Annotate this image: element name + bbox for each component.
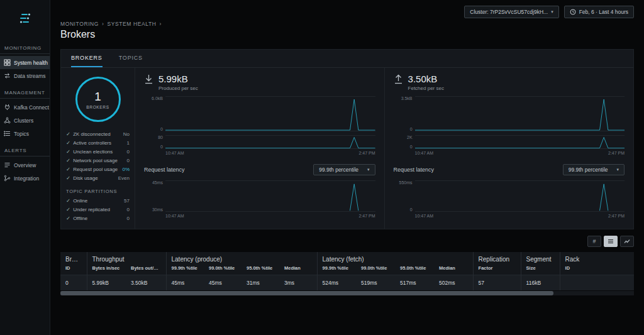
panel-body: 1 BROKERS ✓ ZK disconnected No ✓ Active … — [61, 68, 633, 229]
table-row[interactable]: 0 5.99kB 3.50kB 45ms 45ms 31ms 3ms 524ms… — [60, 275, 634, 291]
y-tick: 3.5kB — [401, 96, 413, 101]
table-view-button[interactable] — [604, 236, 618, 247]
latency-fetch-series — [415, 181, 625, 211]
fetched-msgs-series — [415, 136, 625, 148]
latency-fetch-plot: 550ms 0 — [394, 180, 625, 212]
percentile-value: 99.9th percentile — [569, 167, 608, 173]
fetched-chart-column: 3.50kB Fetched per sec 3.5kB 0 — [384, 68, 634, 229]
check-active-controllers: ✓ Active controllers 1 — [66, 138, 130, 147]
plot-area — [165, 135, 375, 149]
chevron-down-icon: ▾ — [551, 9, 553, 14]
col-produce-median[interactable]: Median — [279, 264, 317, 275]
produced-msgs-series — [165, 136, 375, 148]
nav-section-monitoring: MONITORING — [0, 38, 50, 54]
cell-rack-id — [560, 275, 634, 291]
col-segment-size[interactable]: Size — [521, 264, 560, 275]
rows-icon — [608, 238, 614, 244]
sidebar-item-label: Data streams — [14, 73, 46, 79]
sidebar-item-kafka-connect[interactable]: Kafka Connect — [0, 101, 50, 114]
y-tick: 80 — [158, 135, 163, 140]
main-content: Cluster: 7rP2SvVcSU57cdj9kH... ▾ Feb, 6 … — [50, 0, 644, 335]
y-tick: 30ms — [152, 207, 163, 212]
nav-section-management: MANAGEMENT — [0, 82, 50, 99]
fetched-msgs-plot: 2K 0 — [394, 135, 625, 149]
sidebar-item-label: Clusters — [14, 118, 33, 124]
tab-topics[interactable]: TOPICS — [119, 50, 143, 67]
overview-icon — [4, 162, 11, 168]
group-broker: Broker — [60, 252, 87, 264]
fetched-metric: 3.50kB Fetched per sec — [394, 74, 625, 91]
col-produce-990[interactable]: 99.0th %tile — [204, 264, 242, 275]
cell-bytes-out: 3.50kB — [126, 275, 166, 291]
col-fetch-950[interactable]: 95.0th %tile — [395, 264, 434, 275]
table-toolbar: # — [60, 236, 634, 247]
group-throughput: Throughput — [87, 252, 166, 264]
partition-value: 57 — [124, 198, 130, 204]
time-range-selector[interactable]: Feb, 6 · Last 4 hours — [564, 6, 634, 18]
sidebar-item-topics[interactable]: Topics — [0, 127, 50, 140]
toggle-ids-button[interactable]: # — [587, 236, 601, 247]
y-axis: 3.5kB 0 — [394, 96, 413, 131]
partition-under-replicated: ✓ Under replicated 0 — [66, 205, 130, 214]
check-icon: ✓ — [66, 149, 70, 155]
check-label: Network pool usage — [73, 158, 118, 163]
check-value: 1 — [127, 140, 130, 146]
broker-count-label: BROKERS — [86, 105, 109, 109]
breadcrumb-system-health[interactable]: SYSTEM HEALTH — [107, 21, 156, 27]
plot-area — [165, 96, 375, 131]
col-fetch-999[interactable]: 99.9th %tile — [317, 264, 356, 275]
sidebar-item-data-streams[interactable]: Data streams — [0, 69, 50, 82]
latency-fetch-header: Request latency 99.9th percentile ▾ — [394, 164, 625, 175]
col-bytes-in[interactable]: Bytes in/sec — [87, 264, 126, 275]
fetched-label: Fetched per sec — [408, 85, 444, 91]
col-fetch-median[interactable]: Median — [434, 264, 473, 275]
upload-arrow-icon — [394, 74, 403, 84]
breadcrumb-separator: › — [102, 21, 104, 27]
y-tick: 45ms — [152, 180, 163, 185]
plot-area — [415, 180, 625, 212]
sidebar-item-integration[interactable]: Integration — [0, 172, 50, 185]
check-value: Even — [118, 175, 130, 181]
produced-bytes-series — [165, 97, 375, 131]
cell-fetch-950: 517ms — [395, 275, 434, 291]
y-axis: 550ms 0 — [394, 180, 413, 212]
x-tick: 10:47 AM — [415, 151, 434, 155]
percentile-dropdown[interactable]: 99.9th percentile ▾ — [563, 164, 625, 175]
app-logo[interactable] — [0, 0, 50, 38]
col-rack-id[interactable]: ID — [560, 264, 634, 275]
x-tick: 2:47 PM — [608, 214, 625, 218]
produced-chart-column: 5.99kB Produced per sec 6.0kB 0 — [135, 68, 384, 229]
cell-fetch-999: 524ms — [317, 275, 356, 291]
x-tick: 10:47 AM — [165, 151, 184, 155]
col-produce-950[interactable]: 95.0th %tile — [242, 264, 279, 275]
col-broker-id[interactable]: ID — [60, 264, 87, 275]
cluster-selector[interactable]: Cluster: 7rP2SvVcSU57cdj9kH... ▾ — [464, 6, 558, 18]
sidebar-item-clusters[interactable]: Clusters — [0, 114, 50, 127]
check-disk-usage: ✓ Disk usage Even — [66, 173, 130, 182]
latency-produce-series — [165, 181, 375, 211]
col-produce-999[interactable]: 99.9th %tile — [166, 264, 204, 275]
brokers-table: Broker Throughput Latency (produce) Late… — [60, 252, 634, 290]
sidebar-item-system-health[interactable]: System health — [0, 56, 50, 69]
percentile-value: 99.9th percentile — [319, 167, 358, 173]
breadcrumb-monitoring[interactable]: MONITORING — [60, 21, 99, 27]
tab-brokers[interactable]: BROKERS — [71, 50, 103, 67]
check-icon: ✓ — [66, 131, 70, 137]
clusters-icon — [4, 117, 11, 124]
cell-broker-id: 0 — [60, 275, 87, 291]
check-icon: ✓ — [66, 140, 70, 146]
sidebar-item-overview[interactable]: Overview — [0, 158, 50, 172]
horizontal-scrollbar — [60, 291, 634, 295]
col-replication-factor[interactable]: Factor — [473, 264, 521, 275]
chart-view-button[interactable] — [620, 236, 634, 247]
percentile-dropdown[interactable]: 99.9th percentile ▾ — [313, 164, 375, 175]
col-fetch-990[interactable]: 99.0th %tile — [356, 264, 395, 275]
broker-summary: 1 BROKERS ✓ ZK disconnected No ✓ Active … — [61, 68, 135, 229]
partition-value: 0 — [127, 207, 130, 212]
col-bytes-out[interactable]: Bytes out/sec — [126, 264, 166, 275]
check-label: Disk usage — [73, 175, 98, 181]
nav-section-alerts: ALERTS — [0, 140, 50, 157]
topics-icon — [4, 130, 11, 137]
check-value: 0 — [127, 149, 130, 155]
scrollbar-thumb[interactable] — [60, 291, 553, 295]
